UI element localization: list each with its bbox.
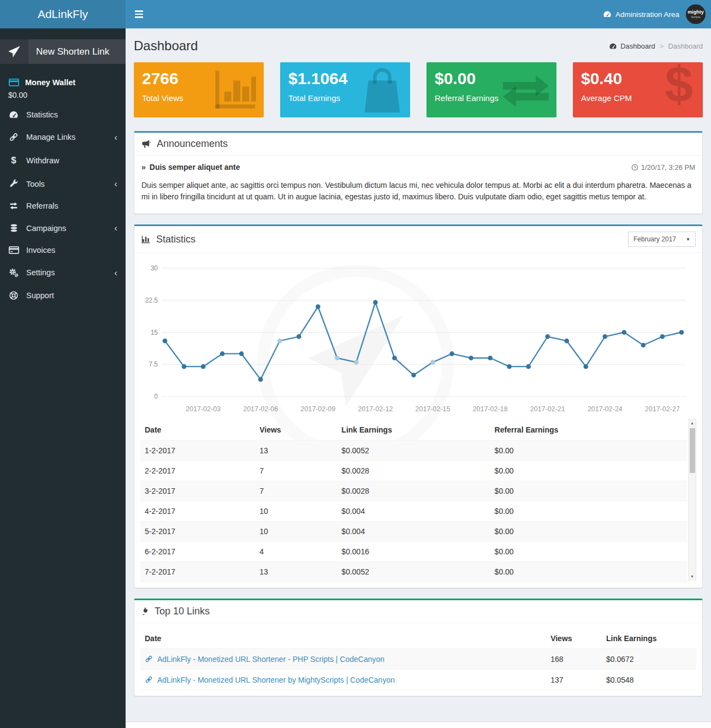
cell-referral-earnings: $0.00: [490, 501, 687, 521]
referral-earnings-value: $0.00: [435, 69, 548, 88]
sidebar-menu: Money Wallet $0.00 Statistics Manage Lin…: [0, 64, 126, 307]
table-row: 5-2-2017 10 $0.004 $0.00: [140, 521, 687, 541]
data-point[interactable]: [545, 334, 550, 339]
cell-views: 13: [255, 561, 337, 582]
credit-card-icon: [8, 246, 19, 254]
avatar-subtext: Scripts: [691, 15, 701, 19]
announcement-timestamp: 1/20/17, 3:26 PM: [641, 163, 695, 171]
cell-link-earnings: $0.0052: [337, 561, 490, 582]
data-point[interactable]: [373, 300, 378, 305]
data-point[interactable]: [411, 373, 416, 378]
new-shorten-link-label: New Shorten Link: [28, 39, 109, 64]
sidebar-item-referrals[interactable]: Referrals: [0, 195, 126, 217]
caret-down-icon: ▼: [686, 237, 690, 242]
top-link[interactable]: AdLinkFly - Monetized URL Shortener - PH…: [145, 649, 542, 669]
breadcrumb-home[interactable]: Dashboard: [609, 42, 655, 50]
cell-views: 7: [255, 460, 337, 481]
cell-date: 1-2-2017: [140, 440, 255, 460]
data-point[interactable]: [526, 364, 531, 369]
wallet-label: Money Wallet: [25, 78, 75, 87]
data-point[interactable]: [297, 334, 301, 339]
col-header-date: Date: [140, 420, 255, 440]
brand-logo[interactable]: AdLinkFly: [0, 0, 126, 28]
sidebar-item-support[interactable]: Support: [0, 284, 126, 307]
top-link-label: AdLinkFly - Monetized URL Shortener by M…: [157, 676, 395, 684]
statistics-chart: 07.51522.5302017-02-032017-02-062017-02-…: [139, 259, 687, 419]
sidebar-item-label: Manage Links: [26, 133, 75, 141]
cell-referral-earnings: $0.00: [490, 561, 687, 582]
footer: Copyright © AdLinkFly 2017: [126, 721, 711, 728]
chain-link-icon: [145, 655, 153, 663]
sidebar-item-campaigns[interactable]: Campaigns ‹: [0, 217, 126, 239]
top-link[interactable]: AdLinkFly - Monetized URL Shortener by M…: [145, 670, 542, 690]
data-point[interactable]: [430, 360, 435, 365]
breadcrumb: Dashboard > Dashboard: [609, 42, 703, 50]
referral-earnings-label: Referral Earnings: [435, 93, 548, 103]
sidebar-item-withdraw[interactable]: $ Withdraw: [0, 149, 126, 173]
cell-link-earnings: $0.004: [337, 501, 490, 521]
data-point[interactable]: [182, 364, 187, 369]
data-point[interactable]: [354, 360, 359, 365]
data-point[interactable]: [679, 330, 684, 335]
sidebar-item-settings[interactable]: Settings ‹: [0, 261, 126, 284]
col-header-views: Views: [546, 629, 602, 649]
data-point[interactable]: [220, 351, 225, 356]
new-shorten-link-button[interactable]: New Shorten Link: [0, 39, 126, 64]
announcement-body: Duis semper aliquet ante, ac sagittis or…: [141, 180, 695, 203]
table-row: 6-2-2017 4 $0.0016 $0.00: [140, 541, 687, 561]
database-icon: [8, 223, 19, 233]
bar-chart-icon: [141, 234, 151, 244]
brand-name: AdLinkFly: [38, 8, 88, 21]
col-header-referral-earnings: Referral Earnings: [490, 420, 687, 440]
data-point[interactable]: [641, 343, 646, 348]
dollar-icon: $: [8, 155, 19, 166]
data-point[interactable]: [584, 364, 589, 369]
sidebar-item-money-wallet[interactable]: Money Wallet $0.00: [0, 73, 126, 104]
data-point[interactable]: [239, 351, 244, 356]
period-select[interactable]: February 2017 ▼: [628, 232, 696, 247]
total-views-label: Total Views: [142, 93, 256, 103]
data-point[interactable]: [469, 356, 473, 360]
data-point[interactable]: [277, 339, 282, 344]
chevron-left-icon: ‹: [114, 179, 117, 188]
statistics-title: Statistics: [156, 234, 195, 245]
data-point[interactable]: [488, 356, 493, 360]
data-point[interactable]: [163, 339, 168, 344]
y-tick-label: 15: [151, 329, 158, 336]
sidebar-toggle-button[interactable]: [126, 0, 152, 28]
data-point[interactable]: [449, 351, 454, 356]
x-tick-label: 2017-02-24: [588, 405, 623, 413]
data-point[interactable]: [564, 339, 569, 344]
data-point[interactable]: [603, 334, 608, 339]
total-earnings-card: $1.1064 Total Earnings: [280, 62, 410, 117]
data-point[interactable]: [622, 330, 627, 335]
data-point[interactable]: [316, 304, 321, 309]
average-cpm-label: Average CPM: [581, 93, 695, 103]
bullhorn-icon: [141, 139, 151, 149]
data-point[interactable]: [335, 356, 340, 360]
data-point[interactable]: [258, 377, 263, 382]
table-row: AdLinkFly - Monetized URL Shortener by M…: [140, 670, 696, 690]
breadcrumb-home-label: Dashboard: [620, 42, 655, 50]
data-point[interactable]: [201, 364, 206, 369]
scrollbar-thumb[interactable]: [690, 428, 695, 473]
user-avatar[interactable]: mighty Scripts: [686, 4, 706, 24]
cell-link-earnings: $0.0548: [602, 670, 696, 690]
data-point[interactable]: [392, 356, 397, 360]
cell-referral-earnings: $0.00: [490, 481, 687, 501]
data-point[interactable]: [507, 364, 512, 369]
administration-area-link[interactable]: Administration Area: [603, 10, 679, 19]
col-header-views: Views: [255, 420, 337, 440]
sidebar-item-invoices[interactable]: Invoices: [0, 239, 126, 261]
sidebar-item-statistics[interactable]: Statistics: [0, 104, 126, 126]
table-scrollbar[interactable]: ▲ ▼: [688, 419, 696, 581]
table-row: AdLinkFly - Monetized URL Shortener - PH…: [140, 649, 696, 670]
statistics-table-area: Date Views Link Earnings Referral Earnin…: [134, 419, 702, 588]
scroll-down-icon[interactable]: ▼: [689, 575, 696, 578]
sidebar-item-manage-links[interactable]: Manage Links ‹: [0, 126, 126, 149]
cell-views: 7: [255, 481, 337, 501]
scroll-up-icon[interactable]: ▲: [689, 421, 696, 425]
statistics-table: Date Views Link Earnings Referral Earnin…: [140, 420, 687, 582]
data-point[interactable]: [660, 334, 665, 339]
sidebar-item-tools[interactable]: Tools ‹: [0, 173, 126, 195]
